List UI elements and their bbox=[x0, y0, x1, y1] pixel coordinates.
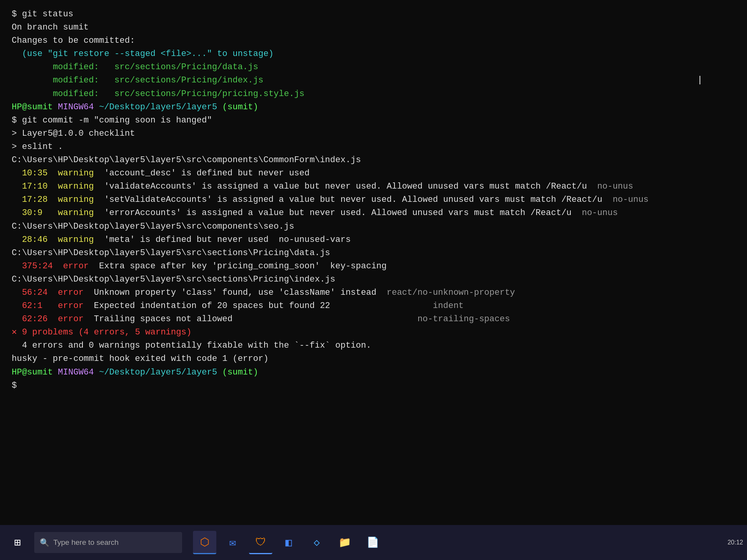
terminal-text: 62:26 error bbox=[12, 314, 94, 324]
terminal-text: ✕ 9 problems (4 errors, 5 warnings) bbox=[12, 327, 191, 337]
taskbar-icon-folder[interactable]: 📁 bbox=[333, 531, 356, 554]
terminal-line-err4: 62:26 error Trailing spaces not allowed … bbox=[12, 313, 735, 326]
terminal-text: Extra space after key 'pricing_coming_so… bbox=[99, 261, 386, 271]
terminal-line-mod2: modified: src/sections/Pricing/index.js bbox=[12, 74, 735, 87]
terminal-line-prompt1: HP@sumit MINGW64 ~/Desktop/layer5/layer5… bbox=[12, 101, 735, 114]
terminal-text: 'errorAccounts' is assigned a value but … bbox=[104, 208, 572, 218]
terminal-line-layer5-checklint: > Layer5@1.0.0 checklint bbox=[12, 127, 735, 140]
terminal-text: C:\Users\HP\Desktop\layer5\layer5\src\se… bbox=[12, 275, 335, 284]
terminal-line-err3: 62:1 error Expected indentation of 20 sp… bbox=[12, 299, 735, 313]
terminal-text: (sumit) bbox=[222, 368, 258, 377]
terminal-text: C:\Users\HP\Desktop\layer5\layer5\src\co… bbox=[12, 222, 294, 231]
terminal-text: Changes to be committed: bbox=[12, 36, 135, 46]
terminal-text: 'meta' is defined but never used no-unus… bbox=[104, 235, 351, 245]
terminal-line-warn3: 17:28 warning 'setValidateAccounts' is a… bbox=[12, 193, 735, 206]
terminal-line-husky: husky - pre-commit hook exited with code… bbox=[12, 352, 735, 366]
terminal-text: 'validateAccounts' is assigned a value b… bbox=[104, 182, 587, 191]
terminal-line-fixable: 4 errors and 0 warnings potentially fixa… bbox=[12, 339, 735, 352]
terminal-text: ~/Desktop/layer5/layer5 bbox=[99, 368, 222, 377]
terminal-text: 30:9 warning bbox=[12, 208, 104, 218]
terminal-text: modified: bbox=[53, 89, 114, 99]
terminal-text: modified: bbox=[53, 75, 114, 85]
terminal-text: > Layer5@1.0.0 checklint bbox=[12, 129, 135, 138]
windows-icon: ⊞ bbox=[14, 536, 21, 549]
terminal-text: react/no-unknown-property bbox=[376, 288, 515, 298]
terminal-text: $ git status bbox=[12, 9, 73, 19]
taskbar-icon-group: ⬡ ✉ 🛡 ◧ ◇ 📁 📄 bbox=[193, 531, 384, 554]
terminal-text: Trailing spaces not allowed bbox=[94, 314, 232, 324]
terminal-text: 17:10 warning bbox=[12, 182, 104, 191]
search-icon: 🔍 bbox=[40, 538, 49, 547]
taskbar-icon-diamond[interactable]: ◇ bbox=[305, 531, 328, 554]
terminal-window: $ git statusOn branch sumitChanges to be… bbox=[0, 0, 747, 525]
terminal-line-file1: C:\Users\HP\Desktop\layer5\layer5\src\co… bbox=[12, 154, 735, 167]
terminal-line-summary: ✕ 9 problems (4 errors, 5 warnings) bbox=[12, 326, 735, 339]
terminal-text: 375:24 error bbox=[12, 261, 99, 271]
terminal-text: 10:35 warning bbox=[12, 168, 104, 178]
terminal-text: 28:46 warning bbox=[12, 235, 104, 245]
windows-start-button[interactable]: ⊞ bbox=[4, 529, 31, 556]
taskbar-icon-mail[interactable]: ✉ bbox=[221, 531, 244, 554]
taskbar-icon-git[interactable]: ⬡ bbox=[193, 531, 216, 554]
folder-icon: 📁 bbox=[338, 536, 351, 549]
terminal-line-branch-line: On branch sumit bbox=[12, 21, 735, 34]
search-placeholder: Type here to search bbox=[53, 538, 119, 547]
terminal-text: no-trailing-spaces bbox=[233, 314, 510, 324]
terminal-text: 4 errors and 0 warnings potentially fixa… bbox=[12, 341, 371, 350]
taskbar-search-box[interactable]: 🔍 Type here to search bbox=[34, 532, 182, 553]
terminal-text: (sumit) bbox=[222, 102, 258, 112]
taskbar-icon-vscode[interactable]: ◧ bbox=[277, 531, 300, 554]
taskbar-icon-shield[interactable]: 🛡 bbox=[249, 531, 272, 554]
taskbar-icon-file[interactable]: 📄 bbox=[361, 531, 384, 554]
vscode-icon: ◧ bbox=[286, 536, 292, 549]
taskbar: ⊞ 🔍 Type here to search ⬡ ✉ 🛡 ◧ ◇ 📁 📄 20… bbox=[0, 525, 747, 560]
terminal-line-warn2: 17:10 warning 'validateAccounts' is assi… bbox=[12, 180, 735, 193]
diamond-icon: ◇ bbox=[314, 536, 320, 549]
terminal-line-mod3: modified: src/sections/Pricing/pricing.s… bbox=[12, 88, 735, 101]
terminal-text: MINGW64 bbox=[58, 102, 99, 112]
terminal-text bbox=[12, 75, 53, 85]
file-icon: 📄 bbox=[366, 536, 379, 549]
terminal-text: HP@sumit bbox=[12, 102, 58, 112]
terminal-line-file3: C:\Users\HP\Desktop\layer5\layer5\src\se… bbox=[12, 247, 735, 260]
terminal-line-file4: C:\Users\HP\Desktop\layer5\layer5\src\se… bbox=[12, 273, 735, 286]
terminal-text: 17:28 warning bbox=[12, 195, 104, 205]
terminal-line-mod1: modified: src/sections/Pricing/data.js bbox=[12, 61, 735, 74]
terminal-text: C:\Users\HP\Desktop\layer5\layer5\src\se… bbox=[12, 248, 330, 258]
terminal-text bbox=[12, 62, 53, 72]
terminal-line-unstage-hint: (use "git restore --staged <file>..." to… bbox=[12, 47, 735, 61]
terminal-text: src/sections/Pricing/pricing.style.js bbox=[114, 89, 304, 99]
terminal-text: HP@sumit bbox=[12, 368, 58, 377]
terminal-line-err2: 56:24 error Unknown property 'class' fou… bbox=[12, 286, 735, 299]
shield-icon: 🛡 bbox=[255, 536, 266, 549]
terminal-text: husky - pre-commit hook exited with code… bbox=[12, 354, 268, 364]
terminal-text: 56:24 error bbox=[12, 288, 94, 298]
terminal-line-file2: C:\Users\HP\Desktop\layer5\layer5\src\co… bbox=[12, 220, 735, 233]
terminal-line-prompt2: HP@sumit MINGW64 ~/Desktop/layer5/layer5… bbox=[12, 366, 735, 379]
taskbar-clock: 20:12 bbox=[728, 539, 743, 546]
terminal-text: modified: bbox=[53, 62, 114, 72]
terminal-text: On branch sumit bbox=[12, 23, 89, 32]
terminal-text: no-unus bbox=[602, 195, 649, 205]
terminal-text: 'setValidateAccounts' is assigned a valu… bbox=[104, 195, 603, 205]
terminal-line-warn5: 28:46 warning 'meta' is defined but neve… bbox=[12, 233, 735, 247]
mail-icon: ✉ bbox=[230, 536, 236, 549]
terminal-text: > eslint . bbox=[12, 142, 63, 152]
terminal-text: ~/Desktop/layer5/layer5 bbox=[99, 102, 222, 112]
terminal-line-prompt3: $ bbox=[12, 379, 735, 392]
terminal-line-warn4: 30:9 warning 'errorAccounts' is assigned… bbox=[12, 206, 735, 220]
terminal-text: indent bbox=[330, 301, 464, 311]
terminal-text: $ git commit -m "coming soon is hanged" bbox=[12, 116, 212, 125]
terminal-text: Expected indentation of 20 spaces but fo… bbox=[94, 301, 330, 311]
terminal-text bbox=[12, 89, 53, 99]
terminal-line-commit-cmd: $ git commit -m "coming soon is hanged" bbox=[12, 114, 735, 127]
terminal-line-git-status-cmd: $ git status bbox=[12, 8, 735, 21]
terminal-line-eslint-dot: > eslint . bbox=[12, 140, 735, 154]
terminal-text: 'account_desc' is defined but never used bbox=[104, 168, 310, 178]
terminal-line-warn1: 10:35 warning 'account_desc' is defined … bbox=[12, 167, 735, 180]
terminal-line-err1: 375:24 error Extra space after key 'pric… bbox=[12, 260, 735, 273]
clock-display: 20:12 bbox=[728, 539, 743, 546]
terminal-text: 62:1 error bbox=[12, 301, 94, 311]
terminal-text: src/sections/Pricing/index.js bbox=[114, 75, 263, 85]
terminal-text: no-unus bbox=[587, 182, 633, 191]
